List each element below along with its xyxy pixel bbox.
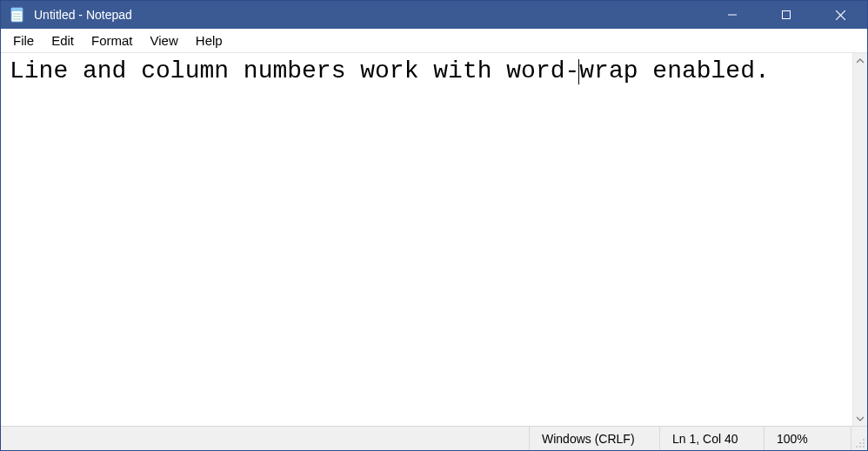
menu-bar: File Edit Format View Help [1,29,867,53]
menu-format[interactable]: Format [83,31,142,50]
menu-help[interactable]: Help [187,31,231,50]
title-bar[interactable]: Untitled - Notepad [1,1,867,29]
window-title: Untitled - Notepad [32,8,132,22]
svg-point-14 [863,446,865,448]
svg-rect-1 [11,8,23,11]
resize-grip-icon[interactable] [851,427,867,450]
notepad-icon [8,5,27,24]
client-area: Line and column numbers work with word-w… [1,53,867,426]
menu-view[interactable]: View [142,31,187,50]
window-controls [705,1,867,29]
menu-file[interactable]: File [4,31,43,50]
status-cursor-position: Ln 1, Col 40 [660,427,765,450]
text-caret [578,59,579,84]
svg-point-11 [863,442,865,444]
svg-point-13 [859,446,861,448]
svg-rect-6 [783,11,791,19]
svg-point-9 [863,439,865,441]
status-zoom: 100% [765,427,851,450]
scroll-up-arrow-icon[interactable] [853,53,867,68]
minimize-button[interactable] [705,1,759,29]
app-window: Untitled - Notepad File Edit Format View… [0,0,868,451]
vertical-scrollbar[interactable] [852,53,867,426]
scroll-down-arrow-icon[interactable] [853,411,867,426]
status-line-ending: Windows (CRLF) [530,427,660,450]
svg-point-12 [856,446,858,448]
text-editor[interactable]: Line and column numbers work with word-w… [1,53,852,426]
svg-point-10 [859,442,861,444]
close-button[interactable] [813,1,867,29]
editor-text-after-caret: wrap enabled. [579,57,769,84]
menu-edit[interactable]: Edit [43,31,83,50]
status-bar: Windows (CRLF) Ln 1, Col 40 100% [1,426,867,450]
maximize-button[interactable] [759,1,813,29]
status-filler [1,427,530,450]
editor-text-before-caret: Line and column numbers work with word- [10,57,579,84]
